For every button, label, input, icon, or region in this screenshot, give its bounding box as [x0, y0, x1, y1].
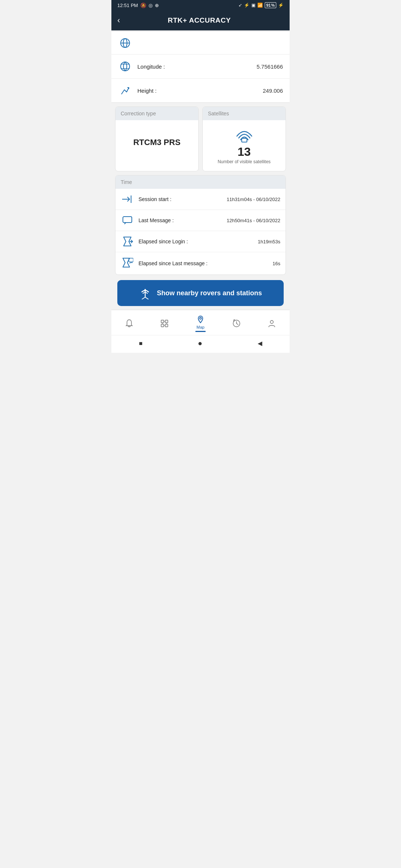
bottom-navigation: Map [111, 310, 290, 335]
satellite-signal-icon [235, 127, 254, 142]
elapsed-last-row: Elapsed since Last message : 16s [115, 252, 286, 274]
nav-map[interactable]: Map [192, 313, 209, 333]
session-start-label: Session start : [138, 196, 222, 202]
last-message-row: Last Message : 12h50m41s - 06/10/2022 [115, 210, 286, 231]
satellites-body: 13 Number of visible satellites [203, 120, 286, 171]
android-stop-button[interactable]: ■ [139, 340, 143, 347]
longitude-value: 5.7561666 [257, 63, 283, 70]
svg-rect-9 [123, 217, 132, 223]
latitude-row [111, 32, 290, 55]
svg-point-28 [270, 320, 273, 323]
nearby-icon [139, 287, 151, 299]
status-bar: 12:51 PM 🔕 ◎ ⊕ ➶ ⚡ ▣ 📶 91% ⚡ [111, 0, 290, 10]
elapsed-login-label: Elapsed since Login : [138, 239, 253, 244]
svg-rect-18 [161, 320, 164, 323]
page-header: ‹ RTK+ ACCURACY [111, 10, 290, 30]
wifi-icon: 📶 [257, 3, 263, 8]
last-message-icon [121, 215, 134, 226]
height-value: 249.006 [263, 88, 283, 94]
svg-rect-19 [165, 320, 168, 323]
android-nav-bar: ■ ● ◀ [111, 335, 290, 353]
page-title: RTK+ ACCURACY [126, 16, 273, 24]
correction-type-body: RTCM3 PRS [115, 120, 198, 165]
correction-type-header: Correction type [115, 107, 198, 120]
svg-point-3 [121, 62, 130, 71]
globe-icon [118, 37, 132, 49]
nav-history[interactable] [229, 317, 244, 330]
status-right: ➶ ⚡ ▣ 📶 91% ⚡ [238, 2, 284, 8]
svg-line-15 [142, 297, 145, 299]
elapsed-login-row: Elapsed since Login : 1h19m53s [115, 231, 286, 252]
nav-active-indicator [195, 331, 206, 332]
back-button[interactable]: ‹ [117, 16, 120, 25]
android-home-button[interactable]: ● [198, 339, 202, 348]
android-back-button[interactable]: ◀ [258, 340, 262, 347]
session-start-value: 11h31m04s - 06/10/2022 [226, 197, 280, 202]
nav-profile[interactable] [264, 317, 280, 330]
svg-point-17 [144, 289, 146, 290]
longitude-row: Longitude : 5.7561666 [111, 55, 290, 79]
time-display: 12:51 PM [117, 3, 138, 8]
height-label: Height : [137, 88, 258, 94]
svg-rect-6 [242, 138, 247, 142]
svg-line-16 [145, 297, 149, 299]
sim-icon: ▣ [251, 3, 255, 8]
satellites-card: Satellites 13 Number of visible satellit… [202, 106, 286, 171]
svg-rect-20 [161, 324, 164, 327]
svg-point-26 [199, 318, 201, 319]
last-message-label: Last Message : [138, 217, 222, 223]
time-section: Time Session start : 11h31m04s - 06/10/2… [115, 175, 286, 275]
bluetooth-icon: ⚡ [244, 3, 250, 8]
time-section-header: Time [115, 175, 286, 189]
show-nearby-button[interactable]: Show nearby rovers and stations [117, 280, 284, 306]
at-icon: ⊕ [155, 3, 159, 8]
height-row: Height : 249.006 [111, 79, 290, 102]
elapsed-last-value: 16s [273, 261, 280, 266]
mute-icon: 🔕 [140, 3, 146, 8]
location-icon: ➶ [238, 3, 242, 8]
elapsed-login-value: 1h19m53s [258, 239, 280, 244]
status-time: 12:51 PM 🔕 ◎ ⊕ [117, 3, 159, 8]
nav-bell[interactable] [121, 317, 137, 330]
longitude-label: Longitude : [137, 63, 251, 70]
cards-row: Correction type RTCM3 PRS Satellites 13 … [115, 106, 286, 171]
satellites-header: Satellites [203, 107, 286, 120]
correction-type-value: RTCM3 PRS [133, 138, 180, 147]
nav-map-label: Map [196, 325, 204, 329]
nearby-button-label: Show nearby rovers and stations [157, 289, 262, 297]
last-message-value: 12h50m41s - 06/10/2022 [226, 218, 280, 223]
height-icon [118, 85, 132, 96]
location-section: Longitude : 5.7561666 Height : 249.006 [111, 32, 290, 103]
correction-type-card: Correction type RTCM3 PRS [115, 106, 199, 171]
circle-icon: ◎ [149, 3, 153, 8]
svg-rect-21 [165, 324, 168, 327]
longitude-icon [118, 60, 132, 72]
elapsed-last-label: Elapsed since Last message : [138, 260, 208, 266]
battery-display: 91% [265, 2, 276, 8]
nav-nodes[interactable] [157, 317, 172, 330]
satellite-label: Number of visible satellites [218, 159, 271, 164]
elapsed-login-icon [121, 236, 134, 247]
elapsed-last-icon [121, 257, 134, 269]
charging-icon: ⚡ [278, 3, 284, 8]
session-start-icon [121, 194, 134, 204]
satellite-count: 13 [238, 145, 251, 158]
session-start-row: Session start : 11h31m04s - 06/10/2022 [115, 189, 286, 210]
